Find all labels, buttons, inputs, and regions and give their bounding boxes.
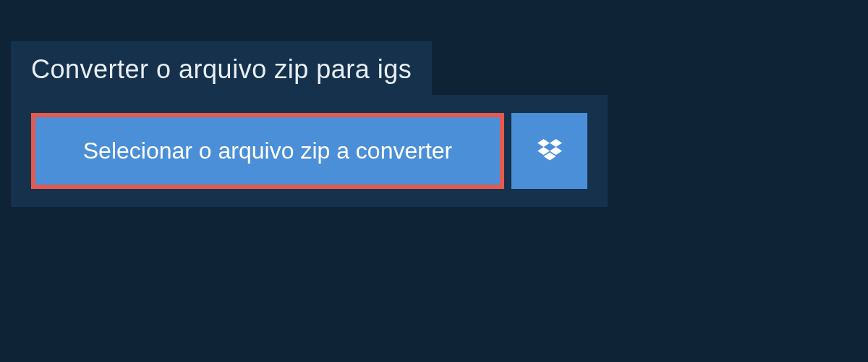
tab-header: Converter o arquivo zip para igs: [11, 41, 432, 98]
page-container: Converter o arquivo zip para igs Selecio…: [0, 0, 868, 362]
select-file-button[interactable]: Selecionar o arquivo zip a converter: [31, 113, 504, 189]
dropbox-icon: [537, 139, 562, 164]
page-title: Converter o arquivo zip para igs: [31, 54, 412, 84]
upload-panel: Selecionar o arquivo zip a converter: [11, 95, 608, 207]
dropbox-button[interactable]: [511, 113, 587, 189]
select-file-button-label: Selecionar o arquivo zip a converter: [83, 138, 453, 164]
